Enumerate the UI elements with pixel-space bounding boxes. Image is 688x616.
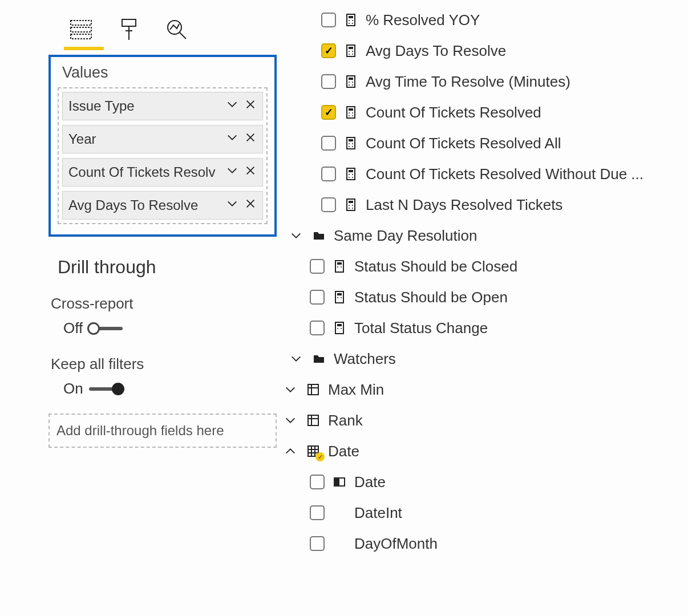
svg-rect-44: [349, 201, 353, 203]
measure-icon: [343, 106, 359, 119]
keep-filters-toggle[interactable]: On: [51, 380, 277, 398]
value-chip-label: Issue Type: [68, 98, 226, 114]
field-label: Count Of Tickets Resolved Without Due ..…: [366, 165, 644, 183]
svg-point-17: [349, 54, 350, 55]
close-icon[interactable]: [244, 98, 257, 114]
cross-report-toggle[interactable]: Off: [51, 319, 277, 337]
field-item[interactable]: Date: [282, 467, 682, 497]
close-icon[interactable]: [244, 164, 257, 180]
field-item[interactable]: Total Status Change: [282, 313, 682, 343]
folder-same-day-resolution[interactable]: Same Day Resolution: [282, 220, 682, 251]
measure-icon: [343, 198, 359, 212]
cross-report-row: Cross-report Off: [48, 289, 277, 337]
toggle-state: Off: [63, 319, 83, 337]
chevron-down-icon[interactable]: [226, 164, 238, 180]
table-rank[interactable]: Rank: [282, 405, 682, 436]
keep-filters-label: Keep all filters: [51, 355, 277, 380]
chevron-down-icon[interactable]: [226, 131, 238, 147]
field-item[interactable]: Count Of Tickets Resolved All: [282, 128, 682, 159]
checkbox[interactable]: [321, 197, 336, 212]
checkbox[interactable]: [310, 505, 325, 520]
chevron-up-icon[interactable]: [282, 445, 298, 457]
folder-watchers[interactable]: Watchers: [282, 343, 682, 374]
value-chip[interactable]: Year: [62, 125, 263, 153]
svg-point-28: [352, 112, 353, 114]
svg-rect-38: [349, 170, 353, 172]
field-item[interactable]: DayOfMonth: [282, 528, 682, 559]
checkbox[interactable]: [310, 321, 325, 335]
svg-rect-54: [337, 293, 342, 295]
checkbox[interactable]: [321, 105, 336, 120]
values-list[interactable]: Issue Type Year Count Of Tickets Resolv: [58, 87, 268, 224]
svg-point-56: [341, 297, 342, 298]
chevron-down-icon[interactable]: [226, 98, 238, 114]
svg-point-12: [352, 23, 353, 24]
checkbox[interactable]: [310, 536, 325, 551]
chevron-down-icon[interactable]: [282, 383, 298, 396]
value-chip-label: Avg Days To Resolve: [68, 197, 226, 213]
chevron-down-icon[interactable]: [226, 197, 238, 213]
checkbox[interactable]: [310, 475, 325, 489]
field-item[interactable]: Status Should be Closed: [282, 251, 682, 282]
values-field-well: Values Issue Type Year Count Of Tickets …: [48, 55, 277, 237]
fields-panel: % Resolved YOY Avg Days To Resolve Avg T…: [282, 5, 682, 559]
chevron-down-icon[interactable]: [288, 229, 304, 242]
field-label: Last N Days Resolved Tickets: [366, 196, 562, 214]
hierarchy-icon: [331, 475, 347, 489]
svg-point-22: [352, 82, 353, 83]
field-item[interactable]: % Resolved YOY: [282, 5, 682, 35]
field-label: Status Should be Closed: [354, 258, 517, 275]
close-icon[interactable]: [244, 131, 257, 147]
checkbox[interactable]: [321, 74, 336, 89]
measure-icon: [343, 136, 359, 150]
field-label: Date: [354, 473, 386, 491]
field-item[interactable]: Count Of Tickets Resolved: [282, 97, 682, 128]
active-tab-underline: [64, 47, 104, 50]
field-label: Count Of Tickets Resolved: [366, 104, 541, 121]
value-chip[interactable]: Count Of Tickets Resolv: [62, 158, 263, 187]
field-item[interactable]: Avg Time To Resolve (Minutes): [282, 66, 682, 97]
checkbox[interactable]: [321, 136, 336, 151]
field-item[interactable]: Count Of Tickets Resolved Without Due ..…: [282, 159, 682, 189]
folder-icon: [311, 352, 327, 366]
value-chip-label: Year: [68, 131, 226, 147]
svg-point-59: [337, 328, 338, 329]
value-chip[interactable]: Issue Type: [62, 92, 263, 120]
field-label: % Resolved YOY: [366, 11, 480, 29]
selected-badge-icon: ✓: [315, 452, 325, 461]
field-item[interactable]: Avg Days To Resolve: [282, 35, 682, 66]
svg-point-15: [349, 51, 350, 52]
svg-rect-64: [308, 415, 318, 425]
field-label: Count Of Tickets Resolved All: [366, 135, 561, 152]
checkbox[interactable]: [321, 43, 336, 58]
chevron-down-icon[interactable]: [288, 352, 304, 365]
chevron-down-icon[interactable]: [282, 414, 298, 427]
format-tab-icon[interactable]: [116, 17, 141, 44]
checkbox[interactable]: [310, 259, 325, 274]
drillthrough-drop-zone[interactable]: Add drill-through fields here: [48, 414, 277, 448]
cross-report-label: Cross-report: [51, 295, 277, 319]
svg-rect-26: [349, 108, 353, 111]
svg-rect-61: [308, 384, 318, 395]
fields-tab-icon[interactable]: [68, 17, 94, 44]
checkbox[interactable]: [310, 290, 325, 305]
checkbox[interactable]: [321, 13, 336, 27]
value-chip[interactable]: Avg Days To Resolve: [62, 191, 263, 220]
close-icon[interactable]: [244, 197, 257, 213]
field-item[interactable]: DateInt: [282, 497, 682, 528]
svg-rect-1: [71, 27, 91, 32]
table-label: Rank: [328, 412, 363, 429]
svg-point-21: [349, 82, 350, 83]
field-item[interactable]: Last N Days Resolved Tickets: [282, 189, 682, 220]
svg-point-47: [349, 208, 350, 209]
svg-point-27: [349, 112, 350, 114]
field-item[interactable]: Status Should be Open: [282, 282, 682, 313]
field-label: Status Should be Open: [354, 289, 508, 306]
svg-point-35: [349, 146, 350, 147]
measure-icon: [343, 13, 359, 27]
analytics-tab-icon[interactable]: [164, 17, 189, 44]
table-date[interactable]: ✓ Date: [282, 436, 682, 467]
table-max-min[interactable]: Max Min: [282, 374, 682, 405]
svg-point-23: [349, 84, 350, 86]
checkbox[interactable]: [321, 167, 336, 181]
